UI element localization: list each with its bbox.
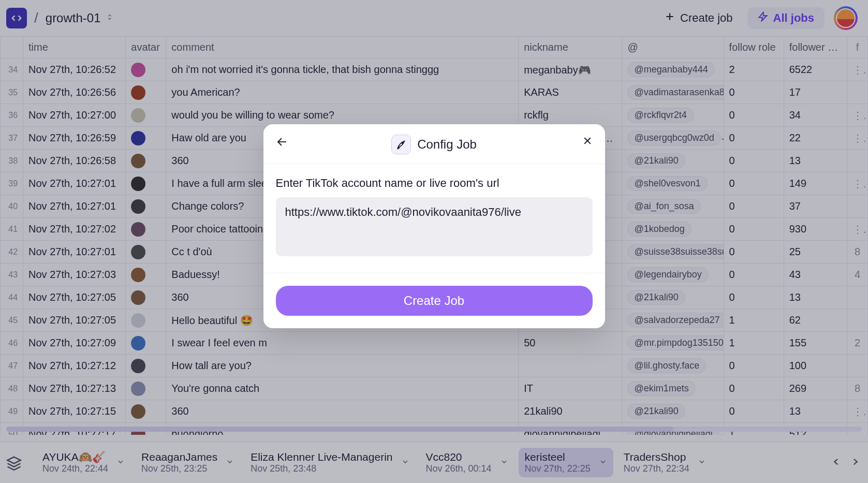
modal-title: Config Job xyxy=(417,137,477,152)
url-field-label: Enter TikTok account name or live room's… xyxy=(276,177,593,190)
config-job-modal: Config Job Enter TikTok account name or … xyxy=(263,124,605,328)
svg-point-5 xyxy=(402,142,404,144)
create-job-submit-button[interactable]: Create Job xyxy=(276,286,593,316)
url-input[interactable] xyxy=(276,197,593,256)
modal-title-wrap: Config Job xyxy=(391,135,477,154)
modal-back-button[interactable] xyxy=(276,136,288,150)
modal-close-button[interactable] xyxy=(582,136,593,148)
modal-overlay[interactable]: Config Job Enter TikTok account name or … xyxy=(0,0,868,483)
modal-body: Enter TikTok account name or live room's… xyxy=(263,164,605,273)
modal-header: Config Job xyxy=(263,124,605,164)
rocket-icon xyxy=(391,135,411,154)
modal-footer: Create Job xyxy=(263,273,605,328)
